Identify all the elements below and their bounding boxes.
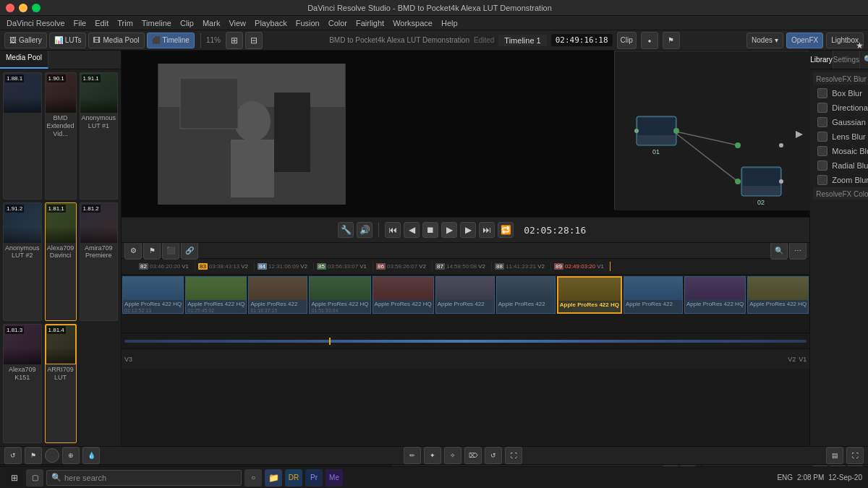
taskview-button[interactable]: ▢ [26, 469, 43, 487]
maximize-button[interactable] [32, 4, 41, 12]
windows-start-button[interactable]: ⊞ [6, 469, 23, 487]
timeline-clip-84[interactable]: Apple ProRes 422 01:18:37:15 [248, 276, 307, 314]
timeline-settings-btn[interactable]: ⚙ [124, 243, 142, 260]
timeline-clip-88[interactable]: Apple ProRes 422 [496, 276, 556, 314]
timeline-clip-82[interactable]: Apple ProRes 422 HQ 01:12:52:13 [122, 276, 184, 314]
timeline-clip-86[interactable]: Apple ProRes 422 HQ [373, 276, 434, 314]
timeline-clip-85[interactable]: Apple ProRes 422 HQ 01:51:33:04 [309, 276, 370, 314]
timeline-clip-92[interactable]: Apple ProRes 422 HQ [747, 276, 809, 314]
scope-expand-btn[interactable]: ⛶ [846, 447, 864, 464]
timeline-clip-89-selected[interactable]: Apple ProRes 422 HQ [557, 276, 622, 314]
menu-playback[interactable]: Playback [251, 18, 291, 28]
media-pool-tab[interactable]: Media Pool [0, 51, 48, 69]
timeline-clip-90[interactable]: Apple ProRes 422 [624, 276, 683, 314]
color-flag-btn[interactable]: ⚑ [25, 447, 42, 464]
curve-expand-btn[interactable]: ⛶ [505, 447, 522, 464]
timeline-flag-btn[interactable]: ⚑ [143, 243, 161, 260]
media-item-6[interactable]: 1.81.2 Amira709 Premiere [80, 202, 119, 322]
play-button[interactable]: ▶ [441, 222, 457, 238]
gallery-button[interactable]: 🖼 Gallery [4, 33, 47, 48]
media-item-8[interactable]: 1.81.4 ARRI709 LUT [45, 324, 77, 443]
video-preview[interactable] [158, 64, 346, 205]
fx-zoom-blur[interactable]: Zoom Blur [813, 173, 868, 187]
menu-help[interactable]: Help [438, 18, 461, 28]
timeline-clip-83[interactable]: Apple ProRes 422 HQ 01:25:45:02 [185, 276, 247, 314]
resolve-taskbar-btn[interactable]: DR [285, 469, 302, 487]
clip-label-btn[interactable]: Clip [617, 32, 637, 49]
menu-mark[interactable]: Mark [199, 18, 224, 28]
media-item-2[interactable]: 1.90.1 BMD Extended Vid... [45, 72, 77, 200]
settings-tab[interactable]: Settings [833, 51, 860, 69]
flag-btn[interactable]: ⚑ [663, 32, 680, 49]
skip-end-button[interactable]: ⏭ [479, 222, 495, 238]
media-encoder-btn[interactable]: Me [326, 469, 343, 487]
library-tab[interactable]: Library [810, 51, 833, 69]
svg-point-19 [735, 179, 741, 184]
prev-frame-button[interactable]: ◀ [404, 222, 420, 238]
premiere-taskbar-btn[interactable]: Pr [305, 469, 323, 487]
nodes-button[interactable]: OpenFX [786, 33, 823, 48]
taskbar-search[interactable]: 🔍 here search [46, 470, 242, 486]
menu-trim[interactable]: Trim [114, 18, 137, 28]
scope-tools-btn[interactable]: ▤ [826, 447, 843, 464]
fx-lens-blur[interactable]: Lens Blur [813, 129, 868, 144]
zoom-in-button[interactable]: ⊞ [226, 32, 243, 49]
cortana-button[interactable]: ○ [244, 469, 262, 487]
stop-button[interactable]: ⏹ [422, 222, 438, 238]
skip-start-button[interactable]: ⏮ [385, 222, 401, 238]
menu-fusion[interactable]: Fusion [292, 18, 323, 28]
color-reset-btn[interactable]: ↺ [4, 447, 22, 464]
audio-button[interactable]: 🔊 [357, 222, 373, 238]
menu-workspace[interactable]: Workspace [389, 18, 436, 28]
marker-add-btn[interactable]: ⬥ [641, 32, 658, 49]
fx-directional-blur[interactable]: Directional Blur [813, 100, 868, 115]
clips-button[interactable]: Nodes▾ [746, 33, 783, 48]
minimize-button[interactable] [19, 4, 27, 12]
luts-button[interactable]: 📊 LUTs [49, 33, 87, 48]
timeline-link-btn[interactable]: 🔗 [181, 243, 198, 260]
media-item-5[interactable]: 1.81.1 Alexa709 Davinci [45, 202, 77, 322]
timeline-clip-91[interactable]: Apple ProRes 422 HQ [684, 276, 746, 314]
explorer-button[interactable]: 📁 [265, 469, 282, 487]
fx-mosaic-blur[interactable]: Mosaic Blur [813, 144, 868, 158]
timeline-snap-btn[interactable]: ⬛ [162, 243, 179, 260]
color-eyedrop-btn[interactable]: 💧 [82, 447, 100, 464]
menu-color[interactable]: Color [325, 18, 351, 28]
media-item-7[interactable]: 1.81.3 Alexa709 K151 [3, 324, 42, 443]
curve-pen-btn[interactable]: ⌦ [464, 447, 482, 464]
curve-tools-btn[interactable]: ✏ [404, 447, 421, 464]
color-circle-btn[interactable] [45, 448, 59, 463]
curve-minus-btn[interactable]: ✧ [444, 447, 461, 464]
fx-radial-blur[interactable]: Radial Blur [813, 158, 868, 173]
fx-gaussian-blur[interactable]: Gaussian Blur [813, 115, 868, 129]
fx-box-blur[interactable]: Box Blur [813, 86, 868, 100]
color-tools-btn[interactable]: ⊕ [62, 447, 80, 464]
timeline-zoom-btn[interactable]: 🔍 [770, 243, 788, 260]
media-item-3[interactable]: 1.91.1 Anonymous LUT #1 [80, 72, 119, 200]
favorite-icon[interactable]: ★ [856, 40, 864, 51]
timeline-button[interactable]: ⬛ Timeline [147, 33, 195, 48]
menu-timeline[interactable]: Timeline [138, 18, 175, 28]
media-item-1[interactable]: 1.88.1 [3, 72, 42, 200]
curve-add-btn[interactable]: ✦ [424, 447, 441, 464]
curve-reset-btn[interactable]: ↺ [485, 447, 502, 464]
search-icon[interactable]: 🔍 [860, 51, 868, 69]
menu-edit[interactable]: Edit [91, 18, 112, 28]
close-button[interactable] [6, 4, 14, 12]
next-frame-button[interactable]: ▶ [460, 222, 476, 238]
svg-point-21 [779, 143, 783, 147]
menu-fairlight[interactable]: Fairlight [352, 18, 388, 28]
menu-davinci[interactable]: DaVinci Resolve [3, 18, 69, 28]
media-item-4[interactable]: 1.91.2 Anonymous LUT #2 [3, 202, 42, 322]
loop-button[interactable]: 🔁 [498, 222, 514, 238]
tools-button[interactable]: 🔧 [338, 222, 354, 238]
timeline-clip-87[interactable]: Apple ProRes 422 [435, 276, 495, 314]
media-pool-button[interactable]: 🎞 Media Pool [88, 33, 144, 48]
menu-clip[interactable]: Clip [176, 18, 197, 28]
media-label-8: ARRI709 LUT [46, 364, 76, 383]
menu-view[interactable]: View [225, 18, 250, 28]
timeline-options-btn[interactable]: ⋯ [789, 243, 807, 260]
menu-file[interactable]: File [70, 18, 90, 28]
zoom-out-button[interactable]: ⊟ [245, 32, 263, 49]
timeline-name[interactable]: Timeline 1 [498, 35, 546, 46]
